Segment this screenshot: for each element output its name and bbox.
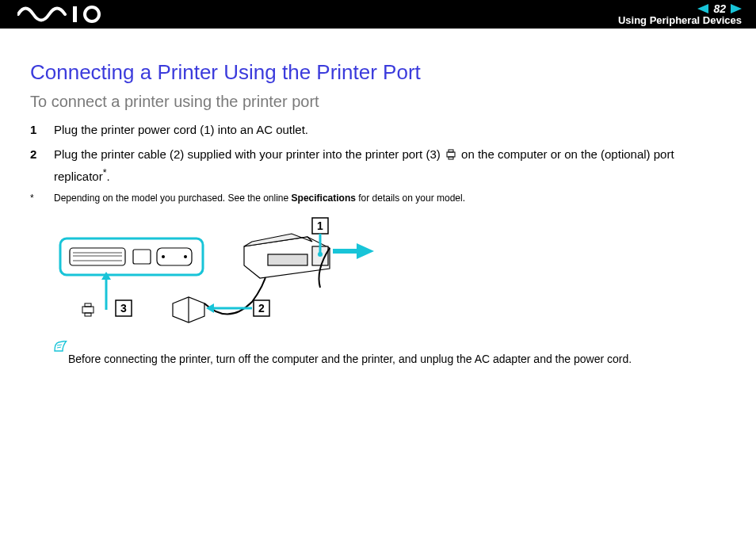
svg-marker-2 [697, 4, 708, 13]
note: Before connecting the printer, turn off … [54, 351, 732, 368]
footnote: * Depending on the model you purchased. … [30, 192, 732, 205]
page-number: 82 [713, 3, 726, 14]
step-2: 2 Plug the printer cable (2) supplied wi… [30, 145, 732, 185]
footnote-text: Depending on the model you purchased. Se… [54, 192, 465, 205]
svg-marker-33 [357, 243, 374, 259]
section-title: Using Peripheral Devices [618, 15, 742, 25]
svg-rect-19 [85, 303, 91, 307]
svg-point-31 [318, 252, 323, 257]
footnote-mark: * [30, 192, 54, 205]
svg-rect-6 [449, 157, 453, 159]
vaio-logo [17, 6, 105, 23]
diagram-label-2: 2 [258, 302, 265, 315]
svg-rect-18 [82, 307, 94, 313]
header-bar: 82 Using Peripheral Devices [0, 0, 756, 29]
next-page-button[interactable] [731, 4, 742, 13]
svg-rect-12 [133, 250, 151, 264]
svg-point-15 [184, 255, 187, 258]
page-content: Connecting a Printer Using the Printer P… [0, 29, 756, 368]
svg-marker-3 [731, 4, 742, 13]
step-number: 2 [30, 145, 54, 163]
step-1: 1 Plug the printer power cord (1) into a… [30, 120, 732, 139]
diagram-label-3: 3 [120, 302, 127, 315]
step-text: Plug the printer power cord (1) into an … [54, 120, 732, 139]
page-title: Connecting a Printer Using the Printer P… [30, 60, 732, 85]
svg-rect-5 [449, 150, 453, 152]
svg-point-14 [162, 255, 165, 258]
svg-rect-0 [73, 6, 77, 22]
note-icon [54, 340, 68, 351]
step-text: Plug the printer cable (2) supplied with… [54, 145, 732, 185]
step-number: 1 [30, 120, 54, 139]
svg-point-1 [85, 7, 99, 21]
page-nav: 82 [697, 3, 742, 14]
diagram-label-1: 1 [317, 219, 323, 232]
svg-line-34 [57, 345, 62, 345]
prev-page-button[interactable] [697, 4, 708, 13]
svg-rect-7 [60, 238, 203, 275]
svg-rect-4 [447, 152, 455, 157]
connection-diagram: 3 2 1 [54, 215, 732, 345]
svg-rect-27 [268, 254, 307, 265]
svg-rect-20 [85, 313, 91, 316]
svg-rect-8 [70, 248, 125, 265]
note-text: Before connecting the printer, turn off … [68, 351, 632, 368]
printer-port-icon [445, 147, 456, 165]
page-subtitle: To connect a printer using the printer p… [30, 93, 732, 111]
header-right: 82 Using Peripheral Devices [618, 3, 742, 25]
svg-line-35 [57, 347, 61, 348]
